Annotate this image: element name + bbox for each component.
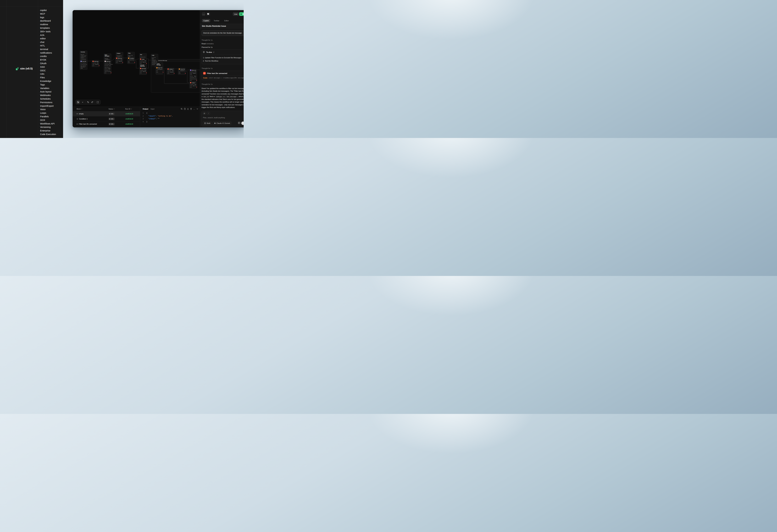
filter-icon[interactable]: ▽ [131, 108, 132, 110]
search-icon[interactable] [181, 108, 183, 110]
feature-list-item[interactable]: Files [40, 76, 63, 79]
fit-view-button[interactable] [96, 101, 99, 104]
thought-status[interactable]: Thought for 1s [202, 83, 244, 85]
feature-list-item[interactable]: BYOK [40, 58, 63, 62]
thought-status[interactable]: Thought for 1s [202, 39, 244, 41]
log-row[interactable]: ⋔ Condition 1 Info cbd63b10 [73, 116, 140, 121]
feature-list-item[interactable]: templates [40, 26, 63, 30]
feature-list-item[interactable]: chat [40, 40, 63, 44]
collapse-chevron-icon[interactable] [197, 108, 198, 109]
workflow-node[interactable]: Every 30 minutes Run Frequency Every X M… [80, 60, 87, 66]
planned-status[interactable]: Planned for 1s [202, 46, 244, 48]
feature-list-item[interactable]: Variables [40, 87, 63, 90]
log-row[interactable]: </> Filter last 2hr unreacted Info cbd63… [73, 121, 140, 126]
attach-image-icon[interactable] [238, 122, 240, 125]
tool-call-card[interactable]: </> Filter last 2hr unreacted Code: cons… [202, 71, 244, 80]
send-button[interactable] [241, 121, 244, 125]
composer[interactable]: @ / Plan, search, build anything Build A… [201, 111, 244, 126]
feature-list-item[interactable]: A2A [40, 33, 63, 37]
live-button[interactable]: Live [233, 12, 239, 16]
feature-list-item[interactable]: 300+ tools [40, 30, 63, 33]
tab-editor[interactable]: Editor [223, 19, 230, 22]
read-action[interactable]: Read reminders [202, 43, 244, 44]
feature-list-item[interactable]: i18n [40, 72, 63, 76]
workflow-node[interactable]: Validate Thread TS Language JavaScript C… [167, 68, 175, 75]
feature-list-item[interactable]: Tags [40, 83, 63, 87]
build-mode-button[interactable]: Build [203, 121, 212, 125]
feature-list-item[interactable]: dashboard [40, 19, 63, 23]
chat-bubble-button[interactable] [207, 12, 210, 16]
trash-icon[interactable] [190, 108, 192, 110]
slash-chip-button[interactable]: / [207, 112, 210, 114]
node-field-row: Model claude-haiku-4-5 [190, 73, 197, 74]
feature-list-item[interactable]: logs [40, 16, 63, 19]
node-title: 24hr timestamp [94, 61, 99, 62]
workflow-node[interactable]: Skip if On-Duty User If (l) == (const on… [155, 67, 163, 74]
feature-list-item[interactable]: Loops [40, 111, 63, 115]
todos-card[interactable]: To-dos 2 Update Filter Function to Exclu… [202, 49, 244, 64]
more-icon[interactable]: … [193, 108, 195, 110]
feature-list-item[interactable]: Workflows API [40, 122, 63, 125]
feature-list-item[interactable]: notifications [40, 51, 63, 55]
tab-copilot[interactable]: Copilot [202, 19, 210, 22]
feature-list-item[interactable]: credits [40, 55, 63, 58]
cursor-mode-chevron[interactable] [81, 101, 84, 104]
model-selector-button[interactable]: A\ Claude 4.5 Sonnet [213, 121, 231, 125]
feature-list-item[interactable]: copilot [40, 9, 63, 12]
panel-more-button[interactable]: … [202, 12, 205, 16]
feature-list-item[interactable]: OCR [40, 118, 63, 122]
feature-list-item[interactable]: realtime [40, 23, 63, 26]
workflow-node[interactable]: Condition 1 If Array.isArray(<filterlast… [127, 57, 135, 64]
redo-button[interactable] [91, 101, 94, 104]
node-field-row: Memory None [190, 75, 197, 77]
tab-toolbar[interactable]: Toolbar [212, 19, 221, 22]
run-button[interactable]: Run [239, 12, 244, 16]
workflow-node[interactable]: Check Valid TS If <validatethreadts.resu… [178, 68, 186, 75]
workflow-node[interactable]: Get On-Duty User Language JavaScript Cod… [139, 67, 147, 74]
feature-list-item[interactable]: SSO [40, 65, 63, 69]
workflow-node[interactable]: Write message Messages # Task Return a s… [189, 69, 197, 82]
feature-list-item[interactable]: Import/Export [40, 104, 63, 108]
feature-list-item[interactable]: Parallels [40, 115, 63, 118]
node-type-icon [105, 61, 106, 62]
workflow-node[interactable]: Filter last 2hr unreacted Language JavaS… [115, 57, 123, 64]
log-row[interactable]: # Read messages 24hr Info cbd63b10 [73, 126, 140, 127]
filter-icon[interactable]: ▽ [81, 108, 82, 110]
mention-chip-button[interactable]: @ [203, 112, 206, 114]
run-id[interactable]: cbd63b10 [125, 123, 133, 125]
feature-list-item[interactable]: Webhooks [40, 94, 63, 97]
workflow-node[interactable]: 24hr timestamp Language JavaScript Code … [92, 60, 99, 67]
run-id[interactable]: cbd63b10 [125, 118, 133, 120]
run-id[interactable]: cbd63b10 [125, 113, 133, 115]
workflow-node[interactable]: empty Language JavaScript Code return 'n… [139, 58, 147, 65]
feature-list-item[interactable]: Auto layout [40, 90, 63, 94]
feature-list-item[interactable]: HITL [40, 44, 63, 47]
log-row[interactable]: </> empty Info cbd63b10 [73, 111, 140, 116]
workflow-node[interactable]: Read messages 24hr Operation Read Messag… [104, 60, 111, 74]
tab-output[interactable]: Output [143, 108, 148, 110]
workflow-canvas[interactable]: ↻ For Each Unreacted Message Start Overv… [73, 10, 200, 107]
feature-list-item[interactable]: Enterprise [40, 129, 63, 132]
feature-list-item[interactable]: Knowledge [40, 79, 63, 83]
node-field-row: Interval (Minutes) 30 [80, 64, 87, 65]
download-icon[interactable] [187, 108, 189, 110]
tab-input[interactable]: Input [150, 108, 154, 110]
undo-button[interactable] [86, 101, 90, 104]
feature-list-item[interactable]: Schedules [40, 97, 63, 101]
filter-icon[interactable]: ▽ [114, 108, 115, 110]
feature-list-item[interactable]: terminal [40, 47, 63, 51]
feature-list-item[interactable]: OAuth [40, 62, 63, 65]
feature-list-item[interactable]: MCP [40, 12, 63, 16]
canvas-toolbar [75, 100, 101, 105]
feature-list-item[interactable]: Code Execution [40, 132, 63, 136]
copy-icon[interactable] [184, 108, 186, 110]
feature-list-item[interactable]: Permissions [40, 101, 63, 104]
workflow-node[interactable]: empty-1 Language JavaScript Code return … [189, 82, 197, 88]
composer-placeholder[interactable]: Plan, search, build anything [203, 117, 244, 119]
feature-list-item[interactable]: editor [40, 37, 63, 40]
feature-list-item[interactable]: Versioning [40, 125, 63, 129]
thought-status[interactable]: Thought for 1s [202, 68, 244, 69]
feature-list-item[interactable]: Voice [40, 108, 63, 111]
feature-list-item[interactable]: OIDC [40, 69, 63, 73]
select-cursor-button[interactable] [77, 101, 80, 104]
